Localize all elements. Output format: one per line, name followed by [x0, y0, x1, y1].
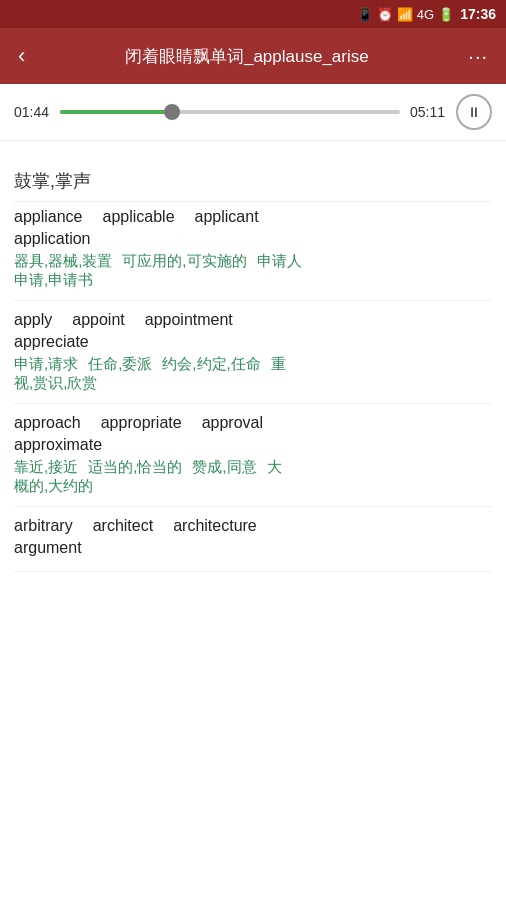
signal-icon: 4G — [417, 7, 434, 22]
word-architect: architect — [93, 517, 153, 535]
trans-application: 申请,申请书 — [14, 271, 93, 290]
trans-approval: 赞成,同意 — [192, 458, 256, 477]
word-application: application — [14, 230, 91, 248]
trans-appropriate: 适当的,恰当的 — [88, 458, 182, 477]
trans-apply: 申请,请求 — [14, 355, 78, 374]
player-time-total: 05:11 — [410, 104, 446, 120]
audio-player: 01:44 05:11 ⏸ — [0, 84, 506, 141]
content-area: 鼓掌,掌声 appliance applicable applicant app… — [0, 141, 506, 582]
translation-row-application: 申请,申请书 — [14, 271, 492, 290]
progress-fill — [60, 110, 172, 114]
status-bar: 📱 ⏰ 📶 4G 🔋 17:36 — [0, 0, 506, 28]
translation-row-approximate: 概的,大约的 — [14, 477, 492, 496]
battery-icon: 🔋 — [438, 7, 454, 22]
word-row-appliance: appliance applicable applicant — [14, 208, 492, 226]
trans-approximate-suffix: 大 — [267, 458, 282, 477]
translation-row-apply: 申请,请求 任命,委派 约会,约定,任命 重 — [14, 355, 492, 374]
status-time: 17:36 — [460, 6, 496, 22]
word-appoint: appoint — [72, 311, 125, 329]
trans-applicable: 可应用的,可实施的 — [122, 252, 246, 271]
trans-approach: 靠近,接近 — [14, 458, 78, 477]
word-argument: argument — [14, 539, 82, 557]
more-options-button[interactable]: ··· — [460, 41, 496, 72]
word-appreciate: appreciate — [14, 333, 89, 351]
word-apply: apply — [14, 311, 52, 329]
word-row-appreciate: appreciate — [14, 333, 492, 351]
word-row-approach: approach appropriate approval — [14, 414, 492, 432]
word-applicant: applicant — [195, 208, 259, 226]
word-architecture: architecture — [173, 517, 257, 535]
section-arbitrary: arbitrary architect architecture argumen… — [14, 507, 492, 572]
section-applause-heading: 鼓掌,掌声 — [14, 161, 492, 202]
section-applause: 鼓掌,掌声 appliance applicable applicant app… — [14, 151, 492, 301]
trans-appreciate: 视,赏识,欣赏 — [14, 374, 97, 393]
clock-icon: ⏰ — [377, 7, 393, 22]
word-row-arbitrary: arbitrary architect architecture — [14, 517, 492, 535]
word-row-approximate: approximate — [14, 436, 492, 454]
trans-appliance: 器具,器械,装置 — [14, 252, 112, 271]
word-row-application: application — [14, 230, 492, 248]
section-apply: apply appoint appointment appreciate 申请,… — [14, 301, 492, 404]
trans-approximate: 概的,大约的 — [14, 477, 93, 496]
phone-icon: 📱 — [357, 7, 373, 22]
player-time-elapsed: 01:44 — [14, 104, 50, 120]
progress-bar[interactable] — [60, 110, 400, 114]
status-icons: 📱 ⏰ 📶 4G 🔋 — [357, 7, 454, 22]
header-title: 闭着眼睛飘单词_applause_arise — [43, 45, 450, 68]
app-header: ‹ 闭着眼睛飘单词_applause_arise ··· — [0, 28, 506, 84]
word-row-apply: apply appoint appointment — [14, 311, 492, 329]
word-appointment: appointment — [145, 311, 233, 329]
word-approach: approach — [14, 414, 81, 432]
word-arbitrary: arbitrary — [14, 517, 73, 535]
word-row-argument: argument — [14, 539, 492, 557]
wifi-icon: 📶 — [397, 7, 413, 22]
trans-appointment: 约会,约定,任命 — [162, 355, 260, 374]
translation-row-approach: 靠近,接近 适当的,恰当的 赞成,同意 大 — [14, 458, 492, 477]
word-approximate: approximate — [14, 436, 102, 454]
word-applicable: applicable — [103, 208, 175, 226]
progress-thumb[interactable] — [164, 104, 180, 120]
back-button[interactable]: ‹ — [10, 39, 33, 73]
translation-row-appreciate: 视,赏识,欣赏 — [14, 374, 492, 393]
translation-row-appliance: 器具,器械,装置 可应用的,可实施的 申请人 — [14, 252, 492, 271]
word-appliance: appliance — [14, 208, 83, 226]
word-appropriate: appropriate — [101, 414, 182, 432]
section-approach: approach appropriate approval approximat… — [14, 404, 492, 507]
trans-applicant: 申请人 — [257, 252, 302, 271]
pause-button[interactable]: ⏸ — [456, 94, 492, 130]
trans-appoint: 任命,委派 — [88, 355, 152, 374]
word-approval: approval — [202, 414, 263, 432]
trans-appreciate-suffix: 重 — [271, 355, 286, 374]
